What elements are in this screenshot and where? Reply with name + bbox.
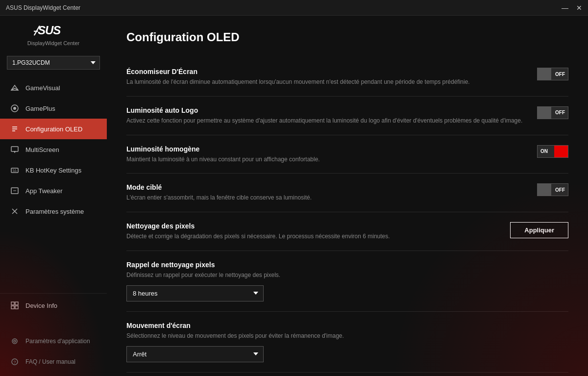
app-title: ASUS DisplayWidget Center (6, 4, 80, 11)
setting-economiseur-text: Économiseur D'Écran La luminosité de l'é… (126, 68, 527, 86)
device-info-label: Device Info (25, 302, 57, 309)
sidebar-item-faq[interactable]: ? FAQ / User manual (0, 351, 107, 372)
sidebar-item-appsettings[interactable]: Paramètres d'application (0, 331, 107, 351)
setting-mode-cible-title: Mode ciblé (126, 183, 527, 191)
toggle-mode-cible-label: OFF (555, 187, 565, 193)
close-button[interactable]: ✕ (576, 4, 582, 11)
section-mouvement: Mouvement d'écran Sélectionnez le niveau… (126, 312, 568, 373)
toggle-economiseur[interactable]: OFF (537, 68, 568, 80)
setting-mode-cible-text: Mode ciblé L'écran entier s'assombrit, m… (126, 183, 527, 202)
sidebar-item-multiscreen[interactable]: MultiScreen (0, 139, 107, 160)
setting-economiseur-title: Économiseur D'Écran (126, 68, 527, 75)
setting-luminosite-logo-control[interactable]: OFF (537, 106, 568, 119)
sidebar-item-hotkey[interactable]: KB HotKey Settings (0, 160, 107, 180)
setting-luminosite-homogene-title: Luminosité homogène (126, 145, 527, 153)
toggle-mode-cible-knob (538, 184, 551, 196)
toggle-economiseur-label: OFF (555, 72, 565, 77)
sidebar-item-gamevisual[interactable]: GameVisual (0, 77, 107, 98)
setting-luminosite-logo-text: Luminosité auto Logo Activez cette fonct… (126, 106, 527, 125)
setting-economiseur-control[interactable]: OFF (537, 68, 568, 80)
asus-logo-text: /̶SUS (34, 24, 73, 40)
section-rappel: Rappel de nettoyage pixels Définissez un… (126, 251, 568, 312)
toggle-luminosite-homogene-label: ON (540, 149, 548, 154)
oled-label: Configuration OLED (25, 125, 82, 133)
faq-icon: ? (10, 357, 20, 367)
device-selector[interactable]: 1.PG32UCDM (7, 56, 100, 70)
system-label: Paramètres système (25, 208, 84, 215)
app-container: /̶SUS DisplayWidget Center 1.PG32UCDM Ga… (0, 16, 588, 376)
gameplus-label: GamePlus (25, 105, 55, 112)
nav-section: GameVisual GamePlus (0, 77, 107, 327)
setting-nettoyage-text: Nettoyage des pixels Détecte et corrige … (126, 222, 500, 241)
setting-luminosite-logo: Luminosité auto Logo Activez cette fonct… (126, 97, 568, 135)
window-controls: — ✕ (562, 4, 582, 11)
setting-luminosite-logo-title: Luminosité auto Logo (126, 106, 527, 114)
sidebar-item-system[interactable]: Paramètres système (0, 201, 107, 222)
setting-mode-cible-control[interactable]: OFF (537, 183, 568, 196)
hotkey-icon (10, 165, 20, 175)
device-select[interactable]: 1.PG32UCDM (7, 56, 100, 70)
toggle-luminosite-logo-label: OFF (555, 110, 565, 115)
svg-point-2 (13, 107, 16, 110)
sidebar-logo: /̶SUS DisplayWidget Center (0, 16, 107, 51)
setting-economiseur-desc: La luminosité de l'écran diminue automat… (126, 78, 527, 86)
setting-luminosite-homogene: Luminosité homogène Maintient la luminos… (126, 135, 568, 174)
toggle-luminosite-logo[interactable]: OFF (537, 106, 568, 119)
sidebar: /̶SUS DisplayWidget Center 1.PG32UCDM Ga… (0, 16, 107, 376)
rappel-select[interactable]: Arrêt 1 heure 2 heures 4 heures 8 heures… (126, 285, 264, 301)
toggle-economiseur-knob (538, 68, 551, 80)
svg-rect-15 (11, 302, 14, 305)
tweaker-icon (10, 186, 20, 196)
oled-icon (10, 124, 20, 134)
page-title: Configuration OLED (126, 30, 568, 44)
svg-rect-6 (11, 147, 18, 151)
svg-rect-18 (15, 306, 18, 309)
rappel-desc: Définissez un rappel pour exécuter le ne… (126, 271, 568, 279)
appsettings-label: Paramètres d'application (25, 338, 90, 345)
setting-nettoyage-control[interactable]: Appliquer (510, 222, 568, 238)
svg-text:?: ? (14, 360, 16, 365)
gamevisual-label: GameVisual (25, 84, 60, 92)
bottom-nav: Paramètres d'application ? FAQ / User ma… (0, 327, 107, 376)
device-info-icon (10, 301, 20, 310)
toggle-luminosite-logo-knob (538, 107, 551, 119)
setting-luminosite-homogene-desc: Maintient la luminosité à un niveau cons… (126, 155, 527, 164)
appsettings-icon (10, 336, 20, 346)
setting-nettoyage-desc: Détecte et corrige la dégradation des pi… (126, 232, 500, 241)
minimize-button[interactable]: — (562, 4, 568, 11)
svg-rect-16 (15, 302, 18, 305)
hotkey-label: KB HotKey Settings (25, 167, 81, 174)
sidebar-item-device-info[interactable]: Device Info (0, 293, 107, 317)
multiscreen-label: MultiScreen (25, 146, 59, 153)
tweaker-label: App Tweaker (25, 187, 63, 195)
sidebar-item-tweaker[interactable]: App Tweaker (0, 180, 107, 201)
toggle-mode-cible[interactable]: OFF (537, 183, 568, 196)
faq-label: FAQ / User manual (25, 358, 75, 365)
system-icon (10, 206, 20, 216)
setting-luminosite-homogene-control[interactable]: ON (537, 145, 568, 158)
mouvement-desc: Sélectionnez le niveau de mouvement des … (126, 332, 568, 340)
main-content: Configuration OLED Économiseur D'Écran L… (107, 16, 588, 376)
setting-mode-cible-desc: L'écran entier s'assombrit, mais la fenê… (126, 194, 527, 202)
setting-economiseur: Économiseur D'Écran La luminosité de l'é… (126, 58, 568, 97)
gamevisual-icon (10, 83, 20, 93)
mouvement-title: Mouvement d'écran (126, 322, 568, 329)
gameplus-icon (10, 103, 20, 113)
sidebar-item-oled[interactable]: Configuration OLED (0, 119, 107, 139)
setting-nettoyage: Nettoyage des pixels Détecte et corrige … (126, 212, 568, 251)
toggle-luminosite-homogene-knob (554, 146, 568, 157)
title-bar: ASUS DisplayWidget Center — ✕ (0, 0, 588, 16)
apply-button[interactable]: Appliquer (510, 222, 568, 238)
svg-text:/̶SUS: /̶SUS (34, 24, 61, 37)
setting-nettoyage-title: Nettoyage des pixels (126, 222, 500, 230)
mouvement-select[interactable]: Arrêt Faible Moyen Élevé (126, 346, 264, 362)
svg-point-20 (14, 340, 16, 342)
sidebar-item-gameplus[interactable]: GamePlus (0, 98, 107, 119)
setting-mode-cible: Mode ciblé L'écran entier s'assombrit, m… (126, 174, 568, 212)
svg-rect-9 (11, 168, 18, 173)
svg-rect-17 (11, 306, 14, 309)
toggle-luminosite-homogene[interactable]: ON (537, 145, 568, 158)
sidebar-subtitle: DisplayWidget Center (27, 40, 79, 46)
setting-luminosite-logo-desc: Activez cette fonction pour permettre au… (126, 117, 527, 125)
multiscreen-icon (10, 145, 20, 154)
